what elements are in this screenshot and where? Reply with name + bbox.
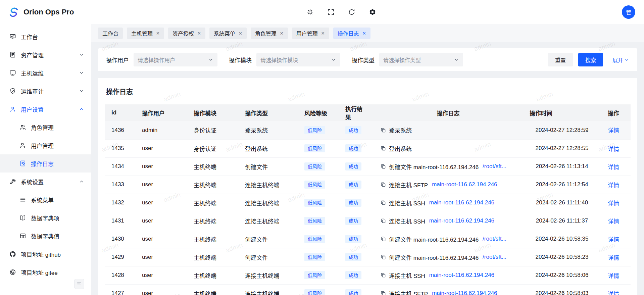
- detail-link[interactable]: 详情: [608, 273, 619, 279]
- result-cell: 成功: [339, 248, 374, 266]
- detail-link[interactable]: 详情: [608, 128, 619, 134]
- risk-cell: 低风险: [298, 248, 339, 266]
- github-icon: [9, 251, 16, 257]
- chevron-down-icon: [454, 57, 459, 62]
- sidebar-item[interactable]: 运维审计: [0, 82, 91, 100]
- roles-icon: [19, 124, 26, 131]
- action-cell: 详情: [601, 157, 631, 176]
- log-link[interactable]: main-root-116.62.194.246: [432, 181, 497, 188]
- user-cell: user: [135, 176, 187, 194]
- chevron-up-icon: [79, 179, 84, 184]
- detail-link[interactable]: 详情: [608, 146, 619, 152]
- sidebar-collapse-button[interactable]: [74, 279, 84, 289]
- sidebar: 工作台 资产管理 主机运维: [0, 24, 91, 295]
- id-cell: 1436: [105, 121, 135, 139]
- tab-chip[interactable]: 系统菜单 ✕: [209, 28, 247, 39]
- sidebar-item[interactable]: 主机运维: [0, 64, 91, 82]
- column-header: 执行结果: [339, 104, 374, 121]
- tab-close-icon[interactable]: ✕: [239, 31, 242, 36]
- table-row: 1432 user 主机终端 连接主机终端 低风险 成功: [105, 194, 631, 212]
- sidebar-item[interactable]: 系统菜单: [0, 191, 91, 209]
- expand-link[interactable]: 展开: [612, 56, 629, 64]
- log-text: 创建文件 main-root-116.62.194.246: [389, 253, 479, 261]
- tab-close-icon[interactable]: ✕: [362, 31, 366, 36]
- log-cell: 连接主机 SFTP main-root-116.62.194.246: [374, 284, 523, 295]
- sidebar-item[interactable]: 工作台: [0, 28, 91, 46]
- risk-tag: 低风险: [304, 144, 325, 152]
- sidebar-item[interactable]: 数据字典项: [0, 209, 91, 227]
- settings-icon[interactable]: [369, 8, 376, 16]
- user-cell: user: [135, 139, 187, 157]
- tab-close-icon[interactable]: ✕: [280, 31, 284, 36]
- reset-button[interactable]: 重置: [548, 53, 573, 66]
- log-link[interactable]: /root/sft...: [483, 236, 506, 242]
- tab-close-icon[interactable]: ✕: [197, 31, 201, 36]
- tab-chip[interactable]: 角色管理 ✕: [251, 28, 288, 39]
- tab-chip[interactable]: 用户管理 ✕: [292, 28, 329, 39]
- sidebar-item[interactable]: 系统设置: [0, 173, 91, 191]
- refresh-icon[interactable]: [348, 8, 355, 16]
- sidebar-item-label: 用户管理: [31, 141, 54, 150]
- chevron-down-icon: [624, 57, 629, 62]
- tab-close-icon[interactable]: ✕: [156, 31, 160, 36]
- detail-link[interactable]: 详情: [608, 164, 619, 170]
- column-header: 操作: [601, 104, 631, 121]
- search-button[interactable]: 搜索: [578, 53, 603, 66]
- log-text: 连接主机 SSH: [389, 199, 425, 207]
- table-row: 1427 user 主机终端 连接主机终端 低风险 成功: [105, 284, 631, 295]
- column-header: 操作日志: [374, 104, 523, 121]
- chevron-down-icon: [79, 88, 84, 94]
- log-link[interactable]: main-root-116.62.194.246: [429, 217, 494, 224]
- detail-link[interactable]: 详情: [608, 291, 619, 295]
- id-cell: 1435: [105, 139, 135, 157]
- filter-select[interactable]: 请选择操作类型: [379, 53, 463, 66]
- theme-icon[interactable]: [306, 8, 314, 16]
- sidebar-item[interactable]: 用户设置: [0, 100, 91, 118]
- log-link[interactable]: /root/sft...: [483, 254, 506, 260]
- result-cell: 成功: [339, 121, 374, 139]
- id-cell: 1428: [105, 266, 135, 284]
- risk-tag: 低风险: [304, 199, 325, 207]
- sidebar-item[interactable]: 数据字典值: [0, 227, 91, 245]
- sidebar-item[interactable]: 资产管理: [0, 46, 91, 64]
- tab-close-icon[interactable]: ✕: [321, 31, 325, 36]
- avatar[interactable]: 管: [622, 5, 635, 19]
- time-cell: 2024-02-26 11:12:54: [523, 176, 601, 194]
- tab-chip[interactable]: 工作台: [98, 28, 123, 39]
- sidebar-item[interactable]: 操作日志: [0, 154, 91, 173]
- log-link[interactable]: main-root-116.62.194.246: [432, 290, 497, 295]
- detail-link[interactable]: 详情: [608, 200, 619, 207]
- time-cell: 2024-02-26 10:58:06: [523, 266, 601, 284]
- filter-select[interactable]: 请选择操作用户: [134, 53, 217, 66]
- app-header: Orion Ops Pro 管: [0, 0, 644, 24]
- log-link[interactable]: main-root-116.62.194.246: [429, 199, 494, 206]
- log-link[interactable]: main-root-116.62.194.246: [429, 272, 494, 279]
- user-cell: user: [135, 284, 187, 295]
- fullscreen-icon[interactable]: [327, 8, 335, 16]
- audit-icon: [9, 88, 16, 94]
- detail-link[interactable]: 详情: [608, 237, 619, 243]
- detail-link[interactable]: 详情: [608, 218, 619, 225]
- log-link[interactable]: /root/sft...: [483, 163, 506, 170]
- detail-link[interactable]: 详情: [608, 182, 619, 189]
- table-body: 1436 admin 身份认证 登录系统 低风险 成功: [105, 121, 631, 295]
- sidebar-item[interactable]: 项目地址 github: [0, 245, 91, 263]
- filter-select[interactable]: 请选择操作模块: [256, 53, 340, 66]
- time-cell: 2024-02-26 11:13:14: [523, 157, 601, 176]
- tab-bar: 工作台 主机管理 ✕ 资产授权 ✕ 系统菜单: [91, 24, 644, 42]
- sidebar-item[interactable]: 用户管理: [0, 136, 91, 154]
- tab-chip[interactable]: 主机管理 ✕: [127, 28, 164, 39]
- tab-chip[interactable]: 资产授权 ✕: [168, 28, 205, 39]
- type-cell: 连接主机终端: [238, 266, 298, 284]
- sidebar-item[interactable]: 项目地址 gitee: [0, 263, 91, 281]
- filter-field: 操作用户 请选择操作用户: [106, 53, 217, 66]
- tab-chip[interactable]: 操作日志 ✕: [333, 28, 370, 39]
- log-text: 创建文件 main-root-116.62.194.246: [389, 162, 479, 171]
- time-cell: 2024-02-26 10:58:35: [523, 230, 601, 248]
- module-cell: 主机终端: [187, 176, 238, 194]
- detail-link[interactable]: 详情: [608, 255, 619, 261]
- chevron-down-icon: [79, 52, 84, 57]
- sidebar-item-label: 系统菜单: [31, 196, 54, 204]
- sidebar-item[interactable]: 角色管理: [0, 118, 91, 136]
- risk-cell: 低风险: [298, 176, 339, 194]
